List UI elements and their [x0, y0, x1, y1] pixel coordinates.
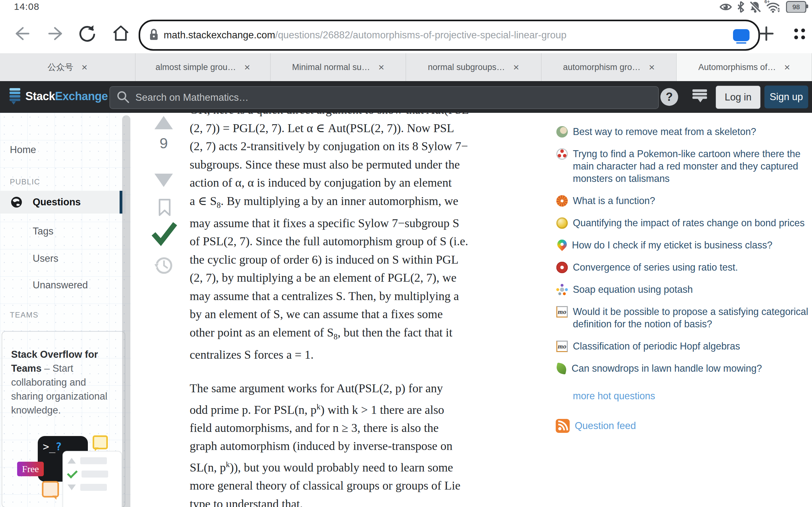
help-icon[interactable]: ?	[660, 88, 678, 106]
answer-line: graph automorphism (induced by inverse-t…	[190, 437, 542, 455]
answer-line: by an element of S, we can assume that a…	[190, 305, 542, 324]
answer-line: other point as an element of S8, but the…	[190, 324, 542, 346]
answer-line: the cyclic group of order 6) is induced …	[190, 250, 542, 269]
status-bar: 14:08 6+ 98	[0, 0, 812, 13]
hot-question: Tryng to find a Pokemon-like cartoon whe…	[556, 148, 812, 185]
tab-label: Automorphisms of…	[699, 62, 776, 72]
tab-close-icon[interactable]: ×	[649, 62, 655, 72]
sidebar-section-teams: TEAMS	[10, 311, 38, 320]
bookmark-icon[interactable]	[158, 199, 171, 218]
tab-label: automorphism gro…	[563, 62, 641, 72]
hot-question-link[interactable]: Can snowdrops in lawn handle low mowing?	[571, 362, 762, 375]
browser-tab[interactable]: normal subgroups…×	[406, 53, 542, 81]
sidebar-scrollbar[interactable]	[122, 115, 131, 507]
answer-line: (2, 7)) = PGL(2, 7). Let α ∈ Aut(PSL(2, …	[190, 119, 542, 137]
answer-line: (2, 7) acts 2-transitively by conjugatio…	[190, 137, 542, 156]
tab-close-icon[interactable]: ×	[513, 62, 519, 72]
gold-coin-icon	[556, 217, 568, 229]
tab-close-icon[interactable]: ×	[378, 62, 385, 72]
answer-line: may assume that it fixes a specific Sylo…	[190, 214, 542, 233]
sidebar-item-unanswered[interactable]: Unanswered	[33, 279, 88, 291]
red-flower-icon	[556, 262, 568, 273]
upvote-icon	[67, 458, 76, 464]
globe-icon	[10, 196, 23, 209]
stackexchange-logo[interactable]: StackExchange	[9, 88, 108, 105]
hot-question-link[interactable]: Convergence of series using ratio test.	[573, 261, 738, 274]
browser-tab[interactable]: Minimal normal su…×	[270, 53, 406, 81]
answer-line: centralizes S forces a = 1.	[190, 346, 542, 364]
hot-question-link[interactable]: Tryng to find a Pokemon-like cartoon whe…	[573, 148, 812, 185]
hot-question: moClassification of periodic Hopf algebr…	[556, 340, 812, 352]
hot-question-link[interactable]: Best way to remove meat from a skeleton?	[573, 125, 756, 138]
anime-icon	[556, 148, 568, 160]
orange-starburst-icon	[556, 195, 568, 207]
stackexchange-logo-icon	[9, 88, 20, 105]
tab-close-icon[interactable]: ×	[784, 62, 790, 72]
search-placeholder: Search on Mathematics…	[136, 92, 249, 103]
browser-tab[interactable]: almost simple grou…×	[136, 53, 271, 81]
browser-toolbar: math.stackexchange.com/questions/26882/a…	[0, 13, 812, 53]
browser-tab[interactable]: Automorphisms of…×	[676, 53, 812, 81]
hot-question-link[interactable]: Quantifying the impact of rates change o…	[573, 217, 805, 229]
hot-question-link[interactable]: Soap equation using potash	[573, 283, 693, 296]
mathoverflow-icon: mo	[556, 341, 568, 352]
tab-close-icon[interactable]: ×	[82, 62, 88, 72]
sidebar-item-tags[interactable]: Tags	[33, 226, 53, 237]
communities-icon[interactable]	[691, 88, 709, 106]
hot-question-link[interactable]: How do I check if my eticket is business…	[572, 239, 772, 251]
mathoverflow-label: mo	[558, 343, 566, 350]
tab-label: Minimal normal su…	[292, 62, 370, 72]
answer-line: may assume that a centralizes S. Then, b…	[190, 287, 542, 305]
hot-question-link[interactable]: What is a function?	[573, 194, 655, 207]
forward-icon[interactable]	[46, 25, 64, 44]
answer-line: more general theory of classical groups …	[190, 476, 542, 495]
free-badge: Free	[17, 462, 44, 476]
new-tab-icon[interactable]	[758, 25, 774, 43]
reader-mode-icon[interactable]	[733, 29, 750, 41]
hot-question-link[interactable]: Classification of periodic Hopf algebras	[573, 340, 740, 352]
browser-tab[interactable]: automorphism gro…×	[542, 53, 677, 81]
tab-close-icon[interactable]: ×	[244, 62, 250, 72]
sidebar-item-home[interactable]: Home	[10, 144, 36, 156]
rss-icon	[556, 419, 570, 433]
answer-line: type to understand that.	[190, 495, 542, 507]
travel-pin-icon	[555, 238, 569, 251]
search-input[interactable]: Search on Mathematics…	[109, 86, 659, 109]
back-icon[interactable]	[14, 25, 32, 44]
downvote-button[interactable]	[154, 174, 173, 187]
upvote-button[interactable]	[154, 116, 173, 129]
sidebar-item-users[interactable]: Users	[33, 253, 58, 264]
answer-line: action of α, α is induced by conjugation…	[190, 174, 542, 192]
hot-question: What is a function?	[556, 194, 812, 207]
tab-label: 公众号	[48, 61, 73, 73]
hot-question: Quantifying the impact of rates change o…	[556, 217, 812, 229]
home-icon[interactable]	[112, 24, 130, 44]
answer-body: OK, here is a quick direct argument to s…	[190, 101, 542, 507]
eye-icon	[719, 3, 732, 11]
vote-count: 9	[153, 134, 175, 152]
skeleton-globe-icon	[556, 126, 568, 137]
signup-button[interactable]: Sign up	[764, 86, 808, 108]
question-feed[interactable]: Question feed	[556, 419, 636, 433]
tab-label: normal subgroups…	[428, 62, 505, 72]
tab-switcher-icon[interactable]	[792, 26, 807, 43]
hot-question: Best way to remove meat from a skeleton?	[556, 125, 812, 138]
hot-question-link[interactable]: Would it be possible to propose a satisf…	[573, 305, 812, 330]
stackexchange-logo-text: StackExchange	[26, 90, 108, 103]
url-path: /questions/26882/automorphisms-of-projec…	[275, 30, 566, 41]
browser-tab[interactable]: 公众号×	[0, 53, 136, 81]
reload-icon[interactable]	[79, 24, 97, 44]
more-hot-questions-link[interactable]: more hot questions	[573, 390, 655, 401]
tab-strip: 公众号×almost simple grou…×Minimal normal s…	[0, 53, 812, 81]
speech-bubble-icon	[93, 435, 108, 449]
address-bar[interactable]: math.stackexchange.com/questions/26882/a…	[139, 20, 760, 51]
answer-line: a ∈ S8. By multiplying a by an inner aut…	[190, 192, 542, 214]
battery-icon: 98	[786, 1, 806, 13]
hot-question: Convergence of series using ratio test.	[556, 261, 812, 274]
url-text: math.stackexchange.com/questions/26882/a…	[164, 30, 729, 41]
answer-line: The same argument works for Aut(PSL(2, p…	[190, 379, 542, 398]
answer-line: of PSL(2, 7). Since the full automorphis…	[190, 232, 542, 250]
history-icon[interactable]	[154, 256, 174, 277]
login-button[interactable]: Log in	[716, 86, 761, 109]
sidebar-item-questions[interactable]: Questions	[0, 191, 125, 214]
